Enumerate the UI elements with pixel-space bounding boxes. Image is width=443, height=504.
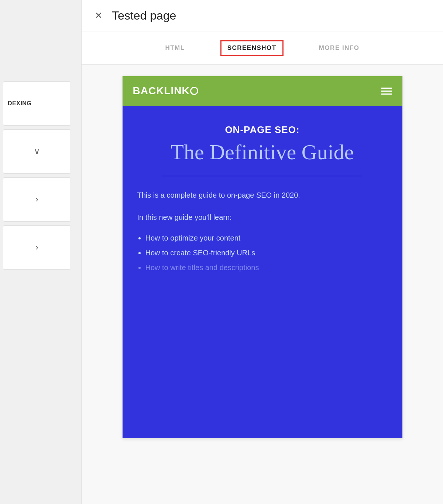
- chevron-down-icon: ∨: [34, 147, 40, 156]
- list-item-3: How to write titles and descriptions: [145, 261, 388, 274]
- backlinko-navbar: BACKLINK: [123, 76, 402, 106]
- hero-title-small: ON-PAGE SEO:: [137, 124, 388, 136]
- page-title: Tested page: [112, 9, 176, 23]
- sidebar-panel-indexing: DEXING: [3, 81, 71, 126]
- hero-title-large: The Definitive Guide: [137, 140, 388, 165]
- hamburger-line-2: [381, 91, 392, 92]
- logo-text: BACKLINK: [133, 85, 190, 96]
- hero-divider: [162, 176, 362, 176]
- main-panel: ✕ Tested page HTML SCREENSHOT MORE INFO …: [81, 0, 443, 504]
- content-area: BACKLINK ON-PAGE SEO: The Definitive Gui…: [82, 65, 443, 504]
- tab-html[interactable]: HTML: [159, 41, 190, 55]
- arrow-right-icon-1: ›: [35, 195, 38, 204]
- sidebar-panel-arrow1[interactable]: ›: [3, 177, 71, 222]
- hamburger-line-3: [381, 93, 392, 95]
- list-item-1: How to optimize your content: [145, 231, 388, 245]
- sidebar: DEXING ∨ › ›: [0, 0, 74, 504]
- sidebar-panel-chevron[interactable]: ∨: [3, 129, 71, 174]
- hero-list: How to optimize your content How to crea…: [137, 231, 388, 274]
- hero-subtitle: This is a complete guide to on-page SEO …: [137, 189, 388, 201]
- hamburger-menu[interactable]: [381, 88, 392, 95]
- backlinko-logo: BACKLINK: [133, 85, 198, 97]
- hamburger-line-1: [381, 88, 392, 89]
- arrow-right-icon-2: ›: [35, 243, 38, 252]
- preview-container: BACKLINK ON-PAGE SEO: The Definitive Gui…: [122, 76, 403, 439]
- hero-section: ON-PAGE SEO: The Definitive Guide This i…: [123, 106, 402, 438]
- tab-screenshot[interactable]: SCREENSHOT: [220, 40, 284, 56]
- header: ✕ Tested page: [82, 0, 443, 31]
- tab-more-info[interactable]: MORE INFO: [313, 41, 365, 55]
- logo-circle: [190, 87, 198, 95]
- tabs-bar: HTML SCREENSHOT MORE INFO: [82, 31, 443, 65]
- list-item-2: How to create SEO-friendly URLs: [145, 246, 388, 259]
- close-icon: ✕: [95, 10, 102, 21]
- sidebar-indexing-label: DEXING: [8, 100, 31, 107]
- hero-intro: In this new guide you'll learn:: [137, 211, 388, 223]
- close-button[interactable]: ✕: [93, 10, 104, 21]
- sidebar-panel-arrow2[interactable]: ›: [3, 225, 71, 270]
